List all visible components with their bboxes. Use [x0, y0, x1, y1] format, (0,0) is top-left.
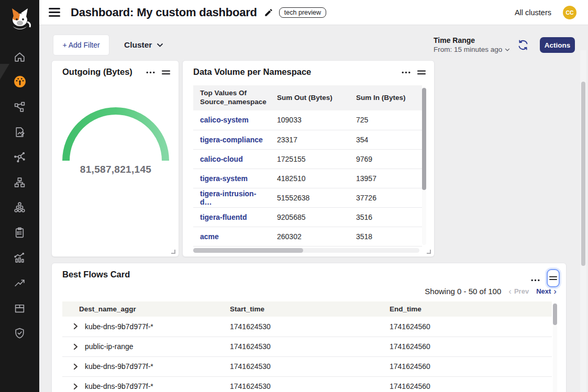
expand-row-button[interactable]	[73, 383, 78, 390]
dest-name-value: kube-dns-9b7d977f-*	[85, 362, 153, 371]
refresh-button[interactable]	[517, 39, 529, 51]
sidebar-item-home[interactable]	[0, 44, 39, 69]
column-header: Top Values Of Source_namespace	[193, 85, 270, 110]
statistics-chart-icon	[14, 252, 26, 264]
sitemap-icon	[14, 176, 26, 188]
card-drag-handle[interactable]	[162, 70, 170, 75]
card-menu-button[interactable]	[531, 279, 540, 282]
sidebar-item-clusters[interactable]	[0, 195, 39, 220]
clipboard-icon	[14, 227, 26, 239]
data-volume-card: Data Volume per Namespace Top Values Of …	[182, 60, 435, 257]
tech-preview-badge: tech preview	[279, 7, 326, 18]
table-scrollbar-thumb[interactable]	[422, 88, 426, 190]
sidebar-item-packages[interactable]	[0, 295, 39, 320]
shield-check-icon	[14, 327, 26, 339]
card-title: Data Volume per Namespace	[193, 67, 311, 77]
sidebar-item-security[interactable]	[0, 320, 39, 345]
sum-in-value: 37726	[349, 188, 422, 207]
page-scrollbar-thumb[interactable]	[581, 82, 585, 266]
ellipsis-icon	[146, 71, 155, 74]
namespace-link[interactable]: tigera-system	[200, 174, 248, 183]
namespace-link[interactable]: tigera-compliance	[200, 136, 263, 144]
chevron-right-icon	[73, 363, 78, 370]
sidebar-item-statistics[interactable]	[0, 245, 39, 270]
cluster-filter-label: Cluster	[124, 40, 152, 50]
expand-row-button[interactable]	[73, 323, 78, 330]
sidebar-item-service-graph[interactable]	[0, 94, 39, 119]
table-row: tigera-system 4182510 13957	[193, 169, 422, 188]
sidebar-item-dashboard[interactable]	[0, 69, 39, 94]
card-title: Best Flows Card	[62, 270, 130, 279]
sum-out-value: 9205685	[270, 207, 349, 227]
actions-button[interactable]: Actions	[540, 37, 575, 53]
namespace-link[interactable]: calico-cloud	[200, 155, 243, 163]
chevron-left-icon: ‹	[508, 287, 512, 296]
sidebar-item-trends[interactable]	[0, 270, 39, 295]
prev-page-button[interactable]: ‹ Prev	[508, 287, 529, 296]
column-header: Dest_name_aggr	[62, 301, 223, 317]
time-range-dropdown[interactable]: From: 15 minutes ago	[434, 46, 510, 53]
table-hscrollbar-thumb[interactable]	[193, 248, 303, 253]
card-drag-handle[interactable]	[417, 70, 426, 75]
table-header-row: Top Values Of Source_namespace Sum Out (…	[193, 85, 422, 110]
edit-dashboard-button[interactable]	[264, 8, 273, 17]
sum-out-value: 4182510	[270, 169, 349, 188]
main-content: + Add Filter Cluster Time Range From: 15…	[39, 25, 588, 392]
time-range-label: Time Range	[434, 36, 510, 44]
end-time-value: 1741624560	[383, 376, 552, 392]
cluster-filter-dropdown[interactable]: Cluster	[124, 35, 163, 55]
sum-in-value: 725	[349, 110, 422, 130]
drag-handle-icon	[417, 70, 426, 75]
best-flows-table: Dest_name_aggr Start_time End_time kube-…	[62, 301, 552, 392]
end-time-value: 1741624560	[383, 356, 552, 376]
cluster-scope-selector[interactable]: All clusters	[515, 8, 551, 17]
sum-out-value: 51552638	[270, 188, 349, 207]
table-row: public-ip-range 1741624530 1741624560	[62, 337, 552, 356]
namespace-link[interactable]: tigera-fluentd	[200, 213, 247, 221]
user-avatar[interactable]: CC	[563, 6, 576, 19]
card-menu-button[interactable]	[146, 71, 155, 74]
column-header: Sum In (Bytes)	[349, 85, 422, 110]
end-time-value: 1741624560	[383, 317, 552, 337]
policy-document-icon	[14, 126, 26, 138]
chevron-down-icon	[505, 48, 510, 51]
chevron-right-icon	[73, 383, 78, 390]
dashboard-gauge-icon	[14, 75, 26, 88]
add-filter-button[interactable]: + Add Filter	[53, 35, 109, 55]
namespace-link[interactable]: tigera-intrusion-d…	[200, 189, 256, 206]
time-range-block: Time Range From: 15 minutes ago	[434, 36, 510, 53]
table-row: tigera-fluentd 9205685 3516	[193, 207, 422, 227]
namespace-link[interactable]: calico-system	[200, 116, 249, 124]
network-graph-icon	[14, 151, 26, 163]
page-title: Dashboard: My custom dashboard	[71, 6, 257, 19]
gauge-chart	[62, 107, 170, 164]
column-header: End_time	[383, 301, 552, 317]
topbar: Dashboard: My custom dashboard tech prev…	[39, 0, 588, 25]
sum-in-value: 9769	[349, 149, 422, 169]
hamburger-menu-icon[interactable]	[49, 8, 60, 17]
chevron-down-icon	[157, 43, 163, 47]
sidebar-item-endpoints[interactable]	[0, 170, 39, 195]
card-drag-handle-focused[interactable]	[547, 269, 560, 287]
card-resize-handle[interactable]	[427, 250, 431, 254]
sidebar-item-network-graph[interactable]	[0, 144, 39, 170]
ellipsis-icon	[531, 279, 540, 282]
table-scrollbar-thumb[interactable]	[553, 304, 557, 325]
table-row: kube-dns-9b7d977f-* 1741624530 174162456…	[62, 317, 552, 337]
expand-row-button[interactable]	[73, 343, 78, 350]
sidebar-item-policies[interactable]	[0, 119, 39, 144]
expand-row-button[interactable]	[73, 363, 78, 370]
calico-logo-icon[interactable]	[8, 6, 31, 36]
card-resize-handle[interactable]	[171, 250, 175, 254]
table-header-row: Dest_name_aggr Start_time End_time	[62, 301, 552, 317]
sidebar-item-compliance[interactable]	[0, 220, 39, 245]
chevron-right-icon: ›	[553, 287, 557, 296]
next-page-button[interactable]: Next ›	[536, 287, 557, 296]
column-header: Start_time	[223, 301, 383, 317]
chevron-right-icon	[73, 343, 78, 350]
sum-in-value: 3518	[349, 227, 422, 246]
sum-out-value: 260302	[270, 227, 349, 246]
ellipsis-icon	[402, 71, 411, 74]
namespace-link[interactable]: acme	[200, 232, 219, 241]
card-menu-button[interactable]	[402, 71, 411, 74]
